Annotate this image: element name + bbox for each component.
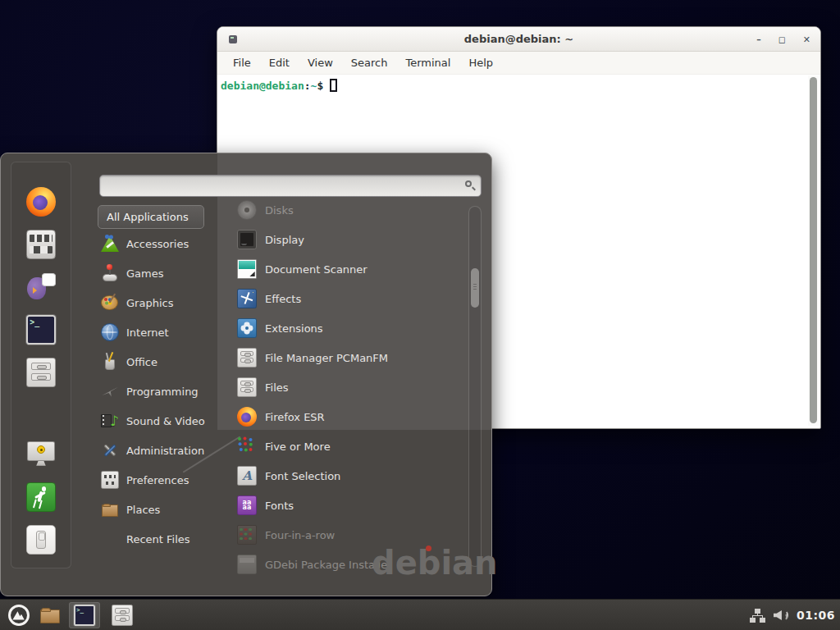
menu-logo-icon xyxy=(8,605,30,626)
preferences-icon xyxy=(101,471,119,489)
app-label: Five or More xyxy=(265,441,331,453)
favorite-terminal-button[interactable] xyxy=(23,312,59,348)
network-icon[interactable] xyxy=(749,607,765,623)
favorite-file-manager-button[interactable] xyxy=(23,354,59,390)
programming-icon xyxy=(101,382,119,400)
favorite-settings-button[interactable] xyxy=(23,226,59,262)
firefox-icon xyxy=(26,187,56,217)
app-item-extensions[interactable]: Extensions xyxy=(237,313,467,343)
category-label: Places xyxy=(126,504,160,516)
extensions-icon xyxy=(237,318,257,338)
terminal-titlebar[interactable]: debian@debian: ~ – ◻ ✕ xyxy=(217,27,820,52)
fonts-icon xyxy=(237,495,257,515)
category-label: Preferences xyxy=(126,474,189,486)
cabinet-icon xyxy=(26,358,56,387)
favorite-log-out-button[interactable] xyxy=(23,479,59,515)
category-item-accessories[interactable]: Accessories xyxy=(98,229,234,258)
app-item-font-selection[interactable]: Font Selection xyxy=(237,461,467,491)
category-item-administration[interactable]: Administration xyxy=(98,436,234,465)
app-label: Files xyxy=(265,381,289,394)
category-label: Games xyxy=(126,267,163,280)
terminal-cursor xyxy=(330,79,337,92)
prompt-user-host: debian@debian xyxy=(221,80,304,92)
category-item-graphics[interactable]: Graphics xyxy=(98,288,234,317)
terminal-menu-view[interactable]: View xyxy=(299,53,342,72)
category-label: Administration xyxy=(126,445,204,457)
taskbar-files-button[interactable] xyxy=(108,602,136,628)
volume-icon[interactable] xyxy=(773,607,789,623)
terminal-dark-icon xyxy=(74,605,95,626)
terminal-menu-search[interactable]: Search xyxy=(342,53,397,72)
app-list-scrollbar-thumb[interactable] xyxy=(471,268,479,308)
app-item-fonts[interactable]: Fonts xyxy=(237,491,467,520)
pidgin-icon xyxy=(26,272,56,302)
application-list: DisksDisplayDocument ScannerEffectsExten… xyxy=(237,195,467,575)
system-tray: 01:06 xyxy=(749,600,835,630)
app-item-five-or-more[interactable]: Five or More xyxy=(237,431,467,461)
app-item-firefox-esr[interactable]: Firefox ESR xyxy=(237,402,467,431)
category-item-preferences[interactable]: Preferences xyxy=(98,465,234,495)
category-label: Graphics xyxy=(126,297,173,309)
taskbar-file-browser-button[interactable] xyxy=(36,602,64,628)
app-item-disks[interactable]: Disks xyxy=(237,195,467,225)
terminal-menu-help[interactable]: Help xyxy=(459,53,502,72)
favorites-panel xyxy=(11,162,71,568)
favorite-pidgin-button[interactable] xyxy=(23,269,59,305)
terminal-menu-edit[interactable]: Edit xyxy=(260,53,299,72)
category-label: Recent Files xyxy=(126,533,190,546)
search-input[interactable] xyxy=(99,175,482,197)
taskbar-terminal-button[interactable] xyxy=(69,602,100,628)
window-title: debian@debian: ~ xyxy=(217,33,820,45)
four-in-a-row-icon xyxy=(237,525,257,545)
app-item-files[interactable]: Files xyxy=(237,372,467,402)
app-label: Firefox ESR xyxy=(265,411,325,423)
category-item-recent-files[interactable]: Recent Files xyxy=(98,524,234,554)
category-list: All Applications AccessoriesGamesGraphic… xyxy=(98,205,234,554)
prompt-colon: : xyxy=(304,80,311,92)
app-item-display[interactable]: Display xyxy=(237,225,467,254)
lock-screen-icon xyxy=(26,440,56,469)
cabinet-icon xyxy=(237,377,257,397)
minimize-button[interactable]: – xyxy=(756,35,761,44)
desktop: debian@debian: ~ – ◻ ✕ FileEditViewSearc… xyxy=(0,0,840,630)
category-label: Programming xyxy=(126,386,199,398)
app-label: Display xyxy=(265,234,304,246)
category-item-sound-video[interactable]: Sound & Video xyxy=(98,406,234,436)
favorite-firefox-button[interactable] xyxy=(23,184,59,220)
app-label: Fonts xyxy=(265,500,294,512)
close-button[interactable]: ✕ xyxy=(803,35,810,44)
category-item-internet[interactable]: Internet xyxy=(98,317,234,347)
terminal-scrollbar[interactable] xyxy=(808,75,819,426)
search-icon xyxy=(464,180,476,191)
terminal-menu-file[interactable]: File xyxy=(224,53,260,72)
watermark-red-dot xyxy=(426,546,431,551)
document-scanner-icon xyxy=(237,259,257,279)
category-label: Sound & Video xyxy=(126,415,205,427)
app-label: Disks xyxy=(265,204,294,217)
clock[interactable]: 01:06 xyxy=(797,609,835,622)
office-icon xyxy=(101,353,119,371)
category-item-games[interactable]: Games xyxy=(98,258,234,288)
category-item-programming[interactable]: Programming xyxy=(98,377,234,406)
category-all-applications[interactable]: All Applications xyxy=(98,205,204,229)
terminal-menu-terminal[interactable]: Terminal xyxy=(396,53,459,72)
app-label: Effects xyxy=(265,293,301,305)
app-label: Font Selection xyxy=(265,470,340,482)
prompt-dollar: $ xyxy=(317,80,323,92)
favorite-lock-screen-button[interactable] xyxy=(23,436,59,472)
app-item-file-manager-pcmanfm[interactable]: File Manager PCManFM xyxy=(237,343,467,372)
terminal-prompt: debian@debian:~$ xyxy=(218,75,819,92)
terminal-scrollbar-thumb[interactable] xyxy=(810,77,817,423)
settings-sliders-icon xyxy=(26,230,56,259)
app-list-scrollbar[interactable] xyxy=(468,206,482,567)
maximize-button[interactable]: ◻ xyxy=(778,35,786,44)
app-item-effects[interactable]: Effects xyxy=(237,284,467,313)
category-item-places[interactable]: Places xyxy=(98,495,234,524)
category-item-office[interactable]: Office xyxy=(98,347,234,377)
taskbar-menu-button[interactable] xyxy=(5,602,33,628)
games-icon xyxy=(101,264,119,282)
category-label: Accessories xyxy=(126,238,189,250)
favorite-shutdown-button[interactable] xyxy=(23,522,59,558)
app-item-document-scanner[interactable]: Document Scanner xyxy=(237,254,467,284)
font-selection-icon xyxy=(237,466,257,486)
